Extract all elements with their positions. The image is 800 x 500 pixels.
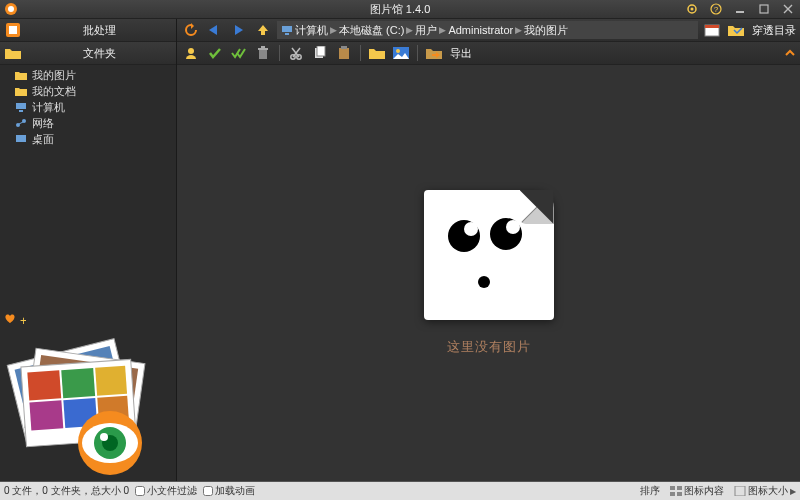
help-icon[interactable]: ? [708, 2, 724, 16]
calendar-icon[interactable] [702, 21, 722, 39]
close-button[interactable] [780, 2, 796, 16]
folder-icon [2, 42, 24, 64]
svg-point-37 [188, 48, 194, 54]
thumb-size-button[interactable]: 图标大小 ▶ [734, 484, 796, 498]
maximize-button[interactable] [756, 2, 772, 16]
empty-state-icon [424, 190, 554, 320]
tree-label: 网络 [32, 116, 54, 131]
tree-item-my-documents[interactable]: 我的文档 [0, 83, 176, 99]
breadcrumb-root-icon [281, 25, 293, 35]
tree-item-my-pictures[interactable]: 我的图片 [0, 67, 176, 83]
breadcrumb-segment[interactable]: 用户 [415, 23, 437, 38]
svg-rect-11 [19, 110, 23, 112]
penetrate-folder-icon[interactable] [726, 21, 746, 39]
svg-rect-40 [261, 46, 265, 48]
tree-label: 计算机 [32, 100, 65, 115]
svg-rect-24 [95, 366, 127, 396]
toggle-label: 小文件过滤 [147, 484, 197, 498]
svg-rect-25 [29, 400, 63, 430]
thumb-content-button[interactable]: 图标内容 [670, 484, 724, 498]
grid-icon [670, 486, 682, 496]
export-folder-icon[interactable] [424, 44, 444, 62]
desktop-icon [14, 132, 28, 146]
sidebar-section-folders[interactable]: 文件夹 [0, 42, 176, 65]
tree-item-desktop[interactable]: 桌面 [0, 131, 176, 147]
folder-doc-icon [14, 84, 28, 98]
person-icon[interactable] [181, 44, 201, 62]
svg-rect-44 [317, 46, 325, 56]
check-icon[interactable] [205, 44, 225, 62]
breadcrumb-segment[interactable]: 我的图片 [524, 23, 568, 38]
svg-rect-39 [258, 48, 268, 50]
double-check-icon[interactable] [229, 44, 249, 62]
breadcrumb-segment[interactable]: Administrator [448, 24, 513, 36]
up-icon[interactable] [253, 21, 273, 39]
svg-point-32 [100, 433, 108, 441]
app-icon [4, 2, 18, 16]
breadcrumb-segment[interactable]: 计算机 [295, 23, 328, 38]
svg-text:?: ? [714, 5, 719, 14]
main-area: 计算机▶ 本地磁盘 (C:)▶ 用户▶ Administrator▶ 我的图片 … [177, 19, 800, 481]
sidebar-section-batch[interactable]: 批处理 [0, 19, 176, 42]
open-folder-icon[interactable] [367, 44, 387, 62]
svg-rect-45 [339, 48, 349, 59]
svg-rect-23 [61, 368, 95, 398]
sort-button[interactable]: 排序 [640, 484, 660, 498]
chevron-right-icon: ▶ [515, 25, 522, 35]
svg-rect-36 [705, 25, 719, 28]
svg-rect-15 [16, 135, 26, 142]
cut-icon[interactable] [286, 44, 306, 62]
svg-rect-38 [259, 50, 267, 59]
export-label[interactable]: 导出 [450, 46, 472, 61]
breadcrumb: 计算机▶ 本地磁盘 (C:)▶ 用户▶ Administrator▶ 我的图片 [277, 21, 698, 39]
svg-line-14 [19, 122, 23, 124]
image-icon[interactable] [391, 44, 411, 62]
status-summary: 0 文件，0 文件夹，总大小 0 [4, 484, 129, 498]
tree-item-network[interactable]: 网络 [0, 115, 176, 131]
toggle-label: 加载动画 [215, 484, 255, 498]
refresh-icon[interactable] [181, 21, 201, 39]
forward-icon[interactable] [229, 21, 249, 39]
svg-rect-50 [677, 486, 682, 490]
svg-rect-49 [670, 486, 675, 490]
sidebar-section-label: 批处理 [24, 23, 174, 38]
minimize-button[interactable] [732, 2, 748, 16]
svg-rect-6 [736, 11, 744, 13]
sidebar-photo-stack [0, 331, 176, 481]
svg-text:+: + [20, 314, 26, 328]
filter-small-toggle[interactable]: 小文件过滤 [135, 484, 197, 498]
tree-label: 我的图片 [32, 68, 76, 83]
svg-rect-10 [16, 103, 26, 109]
svg-rect-22 [27, 370, 61, 400]
app-window: 图片馆 1.4.0 ? 批处理 文件夹 我的图片 [0, 0, 800, 500]
computer-icon [14, 100, 28, 114]
status-bar: 0 文件，0 文件夹，总大小 0 小文件过滤 加载动画 排序 图标内容 图标大小… [0, 481, 800, 500]
breadcrumb-segment[interactable]: 本地磁盘 (C:) [339, 23, 404, 38]
batch-icon [2, 19, 24, 41]
folder-tree: 我的图片 我的文档 计算机 网络 桌面 [0, 65, 176, 149]
empty-state-text: 这里没有图片 [447, 338, 531, 356]
paste-icon[interactable] [334, 44, 354, 62]
sidebar-add-row[interactable]: + [0, 311, 176, 331]
navigation-bar: 计算机▶ 本地磁盘 (C:)▶ 用户▶ Administrator▶ 我的图片 … [177, 19, 800, 42]
copy-icon[interactable] [310, 44, 330, 62]
chevron-right-icon: ▶ [790, 487, 796, 496]
svg-rect-46 [341, 46, 347, 49]
separator [417, 45, 418, 61]
tree-item-computer[interactable]: 计算机 [0, 99, 176, 115]
collapse-toolbar-icon[interactable] [784, 42, 796, 64]
back-icon[interactable] [205, 21, 225, 39]
load-anim-toggle[interactable]: 加载动画 [203, 484, 255, 498]
tree-label: 桌面 [32, 132, 54, 147]
penetrate-label[interactable]: 穿透目录 [752, 23, 796, 38]
button-label: 图标内容 [684, 484, 724, 498]
trash-icon[interactable] [253, 44, 273, 62]
sidebar-section-label: 文件夹 [24, 46, 174, 61]
tree-label: 我的文档 [32, 84, 76, 99]
separator [360, 45, 361, 61]
settings-icon[interactable] [684, 2, 700, 16]
chevron-right-icon: ▶ [330, 25, 337, 35]
content-area: 这里没有图片 [177, 65, 800, 481]
size-icon [734, 486, 746, 496]
title-bar: 图片馆 1.4.0 ? [0, 0, 800, 19]
